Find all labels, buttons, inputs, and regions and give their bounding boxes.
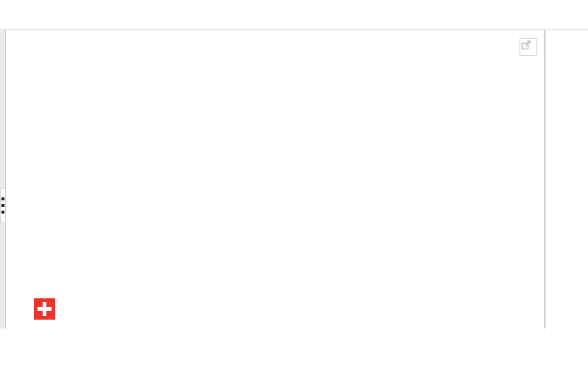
open-in-window-icon[interactable]	[520, 38, 537, 56]
sma50-legend	[15, 73, 29, 84]
candlestick-plot[interactable]	[0, 30, 545, 328]
price-axis[interactable]	[545, 30, 588, 328]
dukascopy-logo-icon	[34, 298, 55, 320]
candlestick-chart	[0, 30, 545, 328]
powered-by-block	[34, 297, 61, 320]
chart-summary	[13, 40, 34, 50]
pivot-legend	[13, 54, 44, 65]
divider-grip-handle[interactable]	[0, 188, 6, 223]
overview-minimap[interactable]	[0, 346, 588, 377]
sma200-legend	[15, 92, 29, 103]
main-toolbar	[0, 0, 588, 30]
time-axis[interactable]	[0, 328, 588, 346]
panel-divider	[0, 30, 6, 328]
chart-area	[0, 30, 588, 328]
